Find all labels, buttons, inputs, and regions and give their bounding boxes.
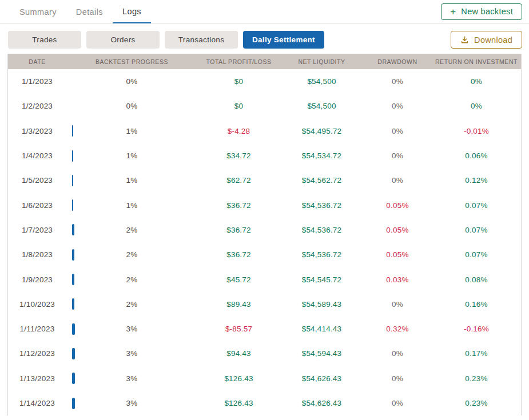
date-cell: 1/2/2023 xyxy=(8,94,66,118)
net-liquidity-cell: $54,594.43 xyxy=(280,341,363,366)
return-on-investment-cell: 0.08% xyxy=(432,267,521,291)
new-backtest-button[interactable]: + New backtest xyxy=(441,3,522,20)
column-header-return-on-investment: RETURN ON INVESTMENT xyxy=(432,54,521,69)
date-cell: 1/7/2023 xyxy=(8,218,66,242)
return-on-investment-cell: 0.12% xyxy=(432,168,521,193)
date-cell: 1/9/2023 xyxy=(8,267,66,291)
backtest-progress-cell: 3% xyxy=(66,366,197,391)
backtest-progress-cell: 1% xyxy=(66,168,197,193)
table-row: 1/1/20230%$0$54,5000%0% xyxy=(8,69,521,94)
plus-icon: + xyxy=(450,7,456,17)
total-profit-loss-cell: $126.43 xyxy=(197,366,280,391)
daily-settlement-table: DATEBACKTEST PROGRESSTOTAL PROFIT/LOSSNE… xyxy=(7,54,522,415)
download-icon xyxy=(460,35,469,44)
date-cell: 1/5/2023 xyxy=(8,168,66,193)
net-liquidity-cell: $54,589.43 xyxy=(280,292,363,317)
backtest-progress-cell: 1% xyxy=(66,193,197,217)
table-header-row: DATEBACKTEST PROGRESSTOTAL PROFIT/LOSSNE… xyxy=(8,54,521,69)
progress-bar-fill xyxy=(72,224,74,235)
return-on-investment-cell: 0% xyxy=(432,94,521,118)
return-on-investment-cell: 0.23% xyxy=(432,366,521,391)
date-cell: 1/4/2023 xyxy=(8,143,66,168)
drawdown-cell: 0.32% xyxy=(363,317,432,341)
progress-bar-fill xyxy=(72,323,75,335)
progress-label: 0% xyxy=(126,102,138,110)
column-header-net-liquidity: NET LIQUIDITY xyxy=(280,54,363,69)
progress-bar-fill xyxy=(72,298,74,310)
table-row: 1/2/20230%$0$54,5000%0% xyxy=(8,94,521,118)
progress-label: 0% xyxy=(126,77,138,86)
net-liquidity-cell: $54,545.72 xyxy=(280,267,363,291)
total-profit-loss-cell: $45.72 xyxy=(197,267,280,291)
date-cell: 1/8/2023 xyxy=(8,242,66,267)
backtest-progress-cell: 3% xyxy=(66,317,197,341)
return-on-investment-cell: 0.17% xyxy=(432,341,521,366)
table-row: 1/11/20233%$-85.57$54,414.430.32%-0.16% xyxy=(8,317,521,341)
column-header-drawdown: DRAWDOWN xyxy=(363,54,432,69)
table-row: 1/8/20232%$36.72$54,536.720.05%0.07% xyxy=(8,242,521,267)
progress-label: 2% xyxy=(126,275,138,284)
backtest-progress-cell: 2% xyxy=(66,218,197,242)
backtest-progress-cell: 2% xyxy=(66,292,197,317)
drawdown-cell: 0% xyxy=(363,391,432,415)
net-liquidity-cell: $54,534.72 xyxy=(280,143,363,168)
net-liquidity-cell: $54,500 xyxy=(280,69,363,94)
net-liquidity-cell: $54,414.43 xyxy=(280,317,363,341)
total-profit-loss-cell: $36.72 xyxy=(197,218,280,242)
backtest-progress-cell: 3% xyxy=(66,391,197,415)
tab-list: SummaryDetailsLogs xyxy=(10,0,151,23)
progress-label: 1% xyxy=(126,201,138,210)
tab-summary[interactable]: Summary xyxy=(10,0,66,23)
progress-bar-fill xyxy=(72,274,74,285)
return-on-investment-cell: 0.07% xyxy=(432,193,521,217)
filter-daily-settlement[interactable]: Daily Settlement xyxy=(243,31,324,49)
net-liquidity-cell: $54,562.72 xyxy=(280,168,363,193)
date-cell: 1/13/2023 xyxy=(8,366,66,391)
return-on-investment-cell: 0.07% xyxy=(432,218,521,242)
filter-transactions[interactable]: Transactions xyxy=(165,31,238,49)
date-cell: 1/14/2023 xyxy=(8,391,66,415)
top-tab-bar: SummaryDetailsLogs + New backtest xyxy=(0,0,529,23)
total-profit-loss-cell: $126.43 xyxy=(197,391,280,415)
progress-bar-fill xyxy=(72,125,73,137)
filter-orders[interactable]: Orders xyxy=(86,31,160,49)
table-row: 1/6/20231%$36.72$54,536.720.05%0.07% xyxy=(8,193,521,217)
total-profit-loss-cell: $62.72 xyxy=(197,168,280,193)
filter-trades[interactable]: Trades xyxy=(8,31,81,49)
drawdown-cell: 0% xyxy=(363,366,432,391)
drawdown-cell: 0.05% xyxy=(363,242,432,267)
date-cell: 1/11/2023 xyxy=(8,317,66,341)
tab-logs[interactable]: Logs xyxy=(113,0,151,23)
date-cell: 1/12/2023 xyxy=(8,341,66,366)
download-button[interactable]: Download xyxy=(451,31,522,49)
date-cell: 1/10/2023 xyxy=(8,292,66,317)
backtest-progress-cell: 1% xyxy=(66,119,197,143)
net-liquidity-cell: $54,536.72 xyxy=(280,218,363,242)
return-on-investment-cell: -0.16% xyxy=(432,317,521,341)
progress-label: 1% xyxy=(126,151,138,160)
column-header-total-profit-loss: TOTAL PROFIT/LOSS xyxy=(197,54,280,69)
progress-bar-fill xyxy=(72,373,75,384)
total-profit-loss-cell: $94.43 xyxy=(197,341,280,366)
drawdown-cell: 0% xyxy=(363,341,432,366)
drawdown-cell: 0.03% xyxy=(363,267,432,291)
net-liquidity-cell: $54,626.43 xyxy=(280,366,363,391)
tab-details[interactable]: Details xyxy=(66,0,113,23)
progress-label: 2% xyxy=(126,300,138,309)
net-liquidity-cell: $54,626.43 xyxy=(280,391,363,415)
drawdown-cell: 0% xyxy=(363,168,432,193)
total-profit-loss-cell: $0 xyxy=(197,69,280,94)
progress-label: 2% xyxy=(126,226,138,234)
progress-label: 1% xyxy=(126,127,138,135)
return-on-investment-cell: -0.01% xyxy=(432,119,521,143)
filter-pill-list: TradesOrdersTransactionsDaily Settlement xyxy=(8,31,329,49)
net-liquidity-cell: $54,536.72 xyxy=(280,242,363,267)
table-row: 1/14/20233%$126.43$54,626.430%0.23% xyxy=(8,391,521,415)
progress-label: 3% xyxy=(126,399,138,407)
backtest-progress-cell: 0% xyxy=(66,94,197,118)
progress-label: 3% xyxy=(126,349,138,358)
table-row: 1/3/20231%$-4.28$54,495.720%-0.01% xyxy=(8,119,521,143)
table-row: 1/5/20231%$62.72$54,562.720%0.12% xyxy=(8,168,521,193)
drawdown-cell: 0.05% xyxy=(363,218,432,242)
return-on-investment-cell: 0.06% xyxy=(432,143,521,168)
